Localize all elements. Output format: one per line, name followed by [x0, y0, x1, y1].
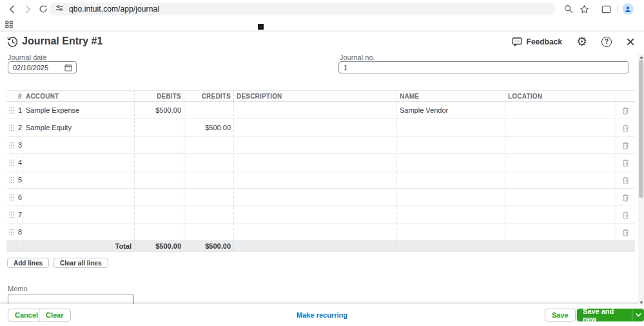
- scrollbar-thumb[interactable]: [639, 60, 643, 198]
- drag-handle-icon[interactable]: [6, 119, 17, 136]
- clear-all-lines-button[interactable]: Clear all lines: [54, 258, 108, 268]
- credits-cell[interactable]: [184, 189, 233, 206]
- gear-icon[interactable]: ⚙: [576, 35, 587, 48]
- credits-cell[interactable]: [184, 171, 233, 188]
- credits-cell[interactable]: $500.00: [184, 119, 233, 136]
- delete-row-icon[interactable]: [616, 206, 635, 223]
- bookmark-star-icon[interactable]: [578, 3, 590, 15]
- description-cell[interactable]: [233, 119, 396, 136]
- column-header-description: DESCRIPTION: [233, 91, 396, 101]
- account-cell[interactable]: [23, 189, 134, 206]
- site-settings-icon[interactable]: [55, 3, 64, 15]
- header-drag-column: [6, 91, 17, 101]
- side-panel-icon[interactable]: [600, 3, 612, 15]
- delete-row-icon[interactable]: [616, 189, 635, 206]
- save-button[interactable]: Save: [545, 309, 576, 321]
- credits-cell[interactable]: [184, 137, 233, 153]
- address-bar[interactable]: qbo.intuit.com/app/journal: [49, 3, 556, 15]
- account-cell[interactable]: [23, 154, 134, 171]
- drag-handle-icon[interactable]: [6, 206, 17, 223]
- vertical-scrollbar[interactable]: [638, 54, 644, 305]
- debits-cell[interactable]: $500.00: [134, 102, 184, 119]
- credits-cell[interactable]: [184, 206, 233, 223]
- name-cell[interactable]: [396, 171, 505, 188]
- debits-cell[interactable]: [134, 119, 184, 136]
- name-cell[interactable]: Sample Vendor: [396, 102, 505, 119]
- location-cell[interactable]: [505, 154, 616, 171]
- description-cell[interactable]: [233, 171, 396, 188]
- drag-handle-icon[interactable]: [6, 171, 17, 188]
- bookmark-favicon[interactable]: [258, 24, 264, 30]
- clear-button[interactable]: Clear: [39, 309, 71, 321]
- account-cell[interactable]: [23, 206, 134, 223]
- journal-no-input[interactable]: 1: [338, 61, 629, 73]
- save-and-new-button[interactable]: Save and new: [577, 309, 632, 321]
- drag-handle-icon[interactable]: [6, 102, 17, 119]
- debits-cell[interactable]: [134, 137, 184, 153]
- location-cell[interactable]: [505, 137, 616, 153]
- forward-icon[interactable]: [21, 3, 34, 15]
- menu-kebab-icon[interactable]: ⋮: [639, 3, 644, 15]
- name-cell[interactable]: [396, 189, 505, 206]
- account-cell[interactable]: Sample Equity: [23, 119, 134, 136]
- description-cell[interactable]: [233, 224, 396, 240]
- location-cell[interactable]: [505, 171, 616, 188]
- account-cell[interactable]: Sample Expense: [23, 102, 134, 119]
- delete-row-icon[interactable]: [616, 102, 635, 119]
- credits-cell[interactable]: [184, 102, 233, 119]
- journal-no-value: 1: [344, 64, 347, 72]
- location-cell[interactable]: [505, 102, 616, 119]
- feedback-button[interactable]: Feedback: [512, 37, 562, 46]
- name-cell[interactable]: [396, 154, 505, 171]
- debits-cell[interactable]: [134, 224, 184, 240]
- name-cell[interactable]: [396, 137, 505, 153]
- drag-handle-icon[interactable]: [6, 224, 17, 240]
- account-cell[interactable]: [23, 224, 134, 240]
- close-icon[interactable]: ×: [626, 36, 635, 48]
- column-header-name: NAME: [396, 91, 505, 101]
- delete-row-icon[interactable]: [616, 154, 635, 171]
- name-cell[interactable]: [396, 119, 505, 136]
- table-row: 3: [6, 137, 635, 154]
- journal-date-input[interactable]: 02/10/2025: [8, 61, 77, 73]
- save-options-dropdown[interactable]: [632, 309, 644, 321]
- make-recurring-link[interactable]: Make recurring: [297, 311, 347, 319]
- apps-grid-icon[interactable]: [5, 19, 13, 31]
- debits-cell[interactable]: [134, 154, 184, 171]
- credits-cell[interactable]: [184, 154, 233, 171]
- reload-icon[interactable]: [37, 3, 50, 15]
- location-cell[interactable]: [505, 206, 616, 223]
- debits-cell[interactable]: [134, 171, 184, 188]
- calendar-icon[interactable]: [64, 64, 72, 73]
- scroll-up-icon[interactable]: [638, 54, 644, 60]
- delete-row-icon[interactable]: [616, 171, 635, 188]
- location-cell[interactable]: [505, 119, 616, 136]
- drag-handle-icon[interactable]: [6, 189, 17, 206]
- delete-row-icon[interactable]: [616, 137, 635, 153]
- account-cell[interactable]: [23, 171, 134, 188]
- history-icon[interactable]: [7, 37, 18, 50]
- credits-cell[interactable]: [184, 224, 233, 240]
- location-cell[interactable]: [505, 189, 616, 206]
- location-cell[interactable]: [505, 224, 616, 240]
- debits-cell[interactable]: [134, 189, 184, 206]
- delete-row-icon[interactable]: [616, 224, 635, 240]
- account-cell[interactable]: [23, 137, 134, 153]
- debits-cell[interactable]: [134, 206, 184, 223]
- profile-avatar[interactable]: [622, 3, 634, 15]
- description-cell[interactable]: [233, 189, 396, 206]
- scroll-down-icon[interactable]: [638, 300, 644, 305]
- drag-handle-icon[interactable]: [6, 154, 17, 171]
- description-cell[interactable]: [233, 102, 396, 119]
- description-cell[interactable]: [233, 154, 396, 171]
- name-cell[interactable]: [396, 224, 505, 240]
- description-cell[interactable]: [233, 206, 396, 223]
- delete-row-icon[interactable]: [616, 119, 635, 136]
- drag-handle-icon[interactable]: [6, 137, 17, 153]
- add-lines-button[interactable]: Add lines: [7, 258, 49, 268]
- zoom-icon[interactable]: [562, 3, 575, 15]
- description-cell[interactable]: [233, 137, 396, 153]
- help-icon[interactable]: ?: [601, 37, 612, 47]
- back-icon[interactable]: [5, 3, 18, 15]
- name-cell[interactable]: [396, 206, 505, 223]
